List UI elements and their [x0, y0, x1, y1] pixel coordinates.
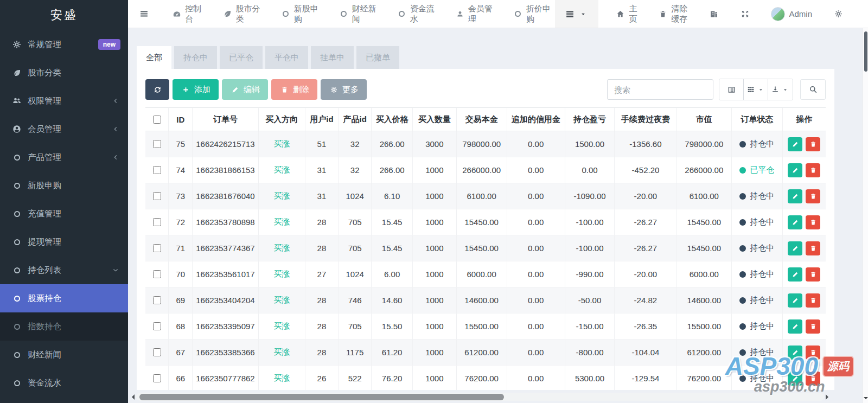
topnav-item[interactable]: 控制台	[173, 4, 207, 24]
row-checkbox[interactable]	[153, 244, 161, 252]
horizontal-scroll-thumb[interactable]	[139, 394, 504, 400]
sidebar-item[interactable]: 常规管理new	[0, 30, 128, 59]
cell-fee: -129.54	[615, 366, 676, 391]
cell-profit: -50.00	[565, 287, 614, 314]
sidebar-item[interactable]: 持仓列表	[0, 256, 128, 284]
row-checkbox[interactable]	[153, 296, 161, 304]
cell-checkbox	[145, 261, 169, 287]
export-dropdown-button[interactable]	[768, 79, 793, 100]
scroll-left-arrow[interactable]	[129, 394, 135, 400]
row-edit-button[interactable]	[788, 215, 802, 229]
row-delete-button[interactable]	[806, 319, 820, 334]
row-checkbox[interactable]	[153, 348, 161, 356]
sidebar-subitem[interactable]: 指数持仓	[0, 312, 128, 341]
export-icon	[771, 86, 780, 93]
row-edit-button[interactable]	[788, 346, 802, 360]
columns-dropdown-button[interactable]	[744, 79, 768, 100]
cell-order-no: 1662350777862	[193, 366, 258, 391]
table-row: 701662353561017买涨2710246.0010006000.000.…	[145, 261, 826, 287]
vertical-scrollbar[interactable]	[863, 28, 868, 403]
horizontal-scrollbar[interactable]	[129, 392, 831, 401]
row-edit-button[interactable]	[788, 137, 802, 151]
row-delete-button[interactable]	[806, 372, 820, 386]
cell-user-id: 27	[305, 261, 338, 287]
language-button[interactable]	[706, 9, 722, 19]
topnav-item[interactable]: 新股申购	[282, 4, 323, 24]
fullscreen-button[interactable]	[737, 9, 753, 18]
row-delete-button[interactable]	[806, 137, 820, 151]
sidebar-toggle-button[interactable]	[128, 0, 159, 28]
row-checkbox[interactable]	[153, 192, 161, 200]
clear-cache-link[interactable]: 清除缓存	[656, 3, 692, 25]
horizontal-scroll-track[interactable]	[136, 393, 824, 401]
vertical-scroll-thumb[interactable]	[864, 31, 867, 72]
topnav-item[interactable]: 资金流水	[398, 4, 439, 24]
row-edit-button[interactable]	[788, 241, 802, 255]
row-delete-button[interactable]	[806, 241, 820, 255]
sidebar-item[interactable]: 提现管理	[0, 228, 128, 256]
pencil-icon	[791, 271, 799, 278]
circle-icon	[12, 211, 22, 217]
row-checkbox[interactable]	[153, 270, 161, 278]
topnav-item[interactable]: 股市分类	[224, 4, 265, 24]
scroll-down-arrow[interactable]	[864, 397, 868, 401]
row-edit-button[interactable]	[788, 267, 802, 282]
sidebar-item[interactable]: 资金流水	[0, 369, 128, 397]
cell-user-id: 28	[305, 287, 338, 314]
sidebar-item[interactable]: 股市分类	[0, 59, 128, 87]
sidebar-item[interactable]: 充值管理	[0, 200, 128, 228]
row-checkbox[interactable]	[153, 218, 161, 226]
sidebar-subitem[interactable]: 股票持仓	[0, 284, 128, 312]
edit-button[interactable]: 编辑	[222, 79, 268, 100]
row-edit-button[interactable]	[788, 189, 802, 203]
cell-buy-qty: 3000	[412, 131, 456, 157]
sidebar-item[interactable]: 权限管理	[0, 87, 128, 115]
add-button[interactable]: 添加	[173, 79, 219, 100]
topnav-item[interactable]: 会员管理	[456, 4, 497, 24]
cell-fee: -104.04	[615, 340, 676, 366]
row-edit-button[interactable]	[788, 293, 802, 308]
tab[interactable]: 平仓中	[265, 46, 308, 69]
row-checkbox[interactable]	[153, 322, 161, 330]
cell-market-value: 798000.00	[676, 131, 731, 157]
row-checkbox[interactable]	[153, 166, 161, 174]
row-delete-button[interactable]	[806, 293, 820, 308]
home-link[interactable]: 主页	[613, 3, 641, 25]
cell-market-value: 6100.00	[676, 183, 731, 209]
tab[interactable]: 挂单中	[311, 46, 354, 69]
nav-list-dropdown[interactable]	[555, 0, 598, 28]
topnav-item[interactable]: 折价申购	[514, 4, 555, 24]
user-menu[interactable]: Admin	[768, 7, 815, 22]
scroll-right-arrow[interactable]	[826, 394, 831, 400]
tab[interactable]: 持仓中	[174, 46, 217, 69]
sidebar-item[interactable]: 财经新闻	[0, 341, 128, 369]
row-delete-button[interactable]	[806, 267, 820, 282]
sidebar-item[interactable]: 产品管理	[0, 143, 128, 171]
tab[interactable]: 全部	[137, 46, 171, 69]
status-dot-icon	[739, 271, 746, 278]
row-checkbox[interactable]	[153, 374, 161, 382]
trash-icon	[809, 271, 817, 278]
sidebar-item[interactable]: 新股申购	[0, 171, 128, 200]
row-checkbox[interactable]	[153, 140, 161, 148]
tab[interactable]: 已平仓	[220, 46, 263, 69]
row-delete-button[interactable]	[806, 215, 820, 229]
search-button[interactable]	[800, 79, 826, 100]
refresh-button[interactable]	[145, 79, 169, 100]
row-delete-button[interactable]	[806, 346, 820, 360]
select-all-checkbox[interactable]	[153, 116, 161, 124]
row-delete-button[interactable]	[806, 163, 820, 177]
sidebar-item[interactable]: 会员管理	[0, 115, 128, 143]
topnav-item[interactable]: 财经新闻	[340, 4, 381, 24]
search-input[interactable]	[607, 79, 713, 100]
detail-view-button[interactable]	[719, 79, 744, 100]
more-button[interactable]: 更多	[321, 79, 367, 100]
row-edit-button[interactable]	[788, 319, 802, 334]
tab[interactable]: 已撤单	[356, 46, 399, 69]
settings-button[interactable]	[830, 9, 846, 18]
delete-button[interactable]: 删除	[271, 79, 317, 100]
row-edit-button[interactable]	[788, 163, 802, 177]
row-delete-button[interactable]	[806, 189, 820, 203]
row-edit-button[interactable]	[788, 372, 802, 386]
cell-actions	[782, 261, 826, 287]
